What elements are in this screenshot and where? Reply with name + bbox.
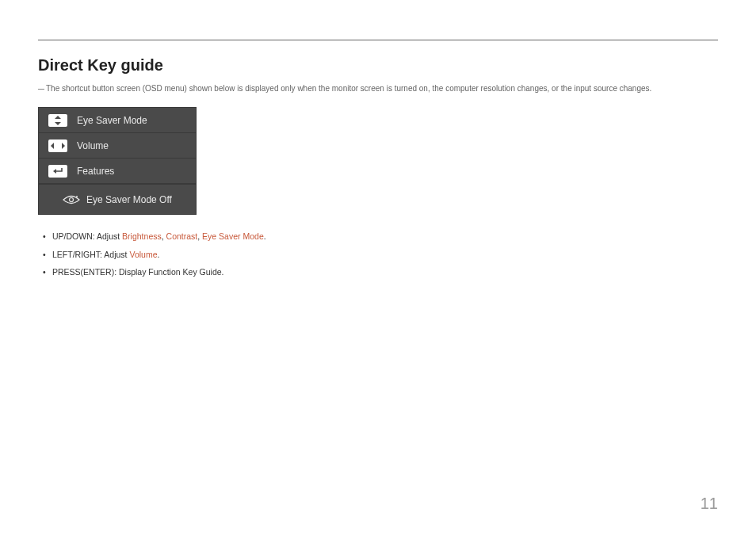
bullet-list: UP/DOWN: Adjust Brightness, Contrast, Ey… [38, 231, 718, 278]
section-title: Direct Key guide [38, 56, 718, 75]
osd-status-text: Eye Saver Mode Off [86, 194, 172, 205]
osd-row-features: Features [39, 159, 196, 184]
svg-marker-1 [55, 122, 61, 125]
osd-row-label: Eye Saver Mode [77, 115, 147, 126]
svg-marker-3 [62, 143, 65, 149]
enter-icon [48, 165, 67, 178]
svg-marker-4 [53, 169, 56, 174]
up-down-icon [48, 114, 67, 127]
osd-status-row: Eye Saver Mode Off [39, 184, 196, 214]
osd-row-label: Features [77, 166, 114, 177]
bullet-item: PRESS(ENTER): Display Function Key Guide… [43, 266, 718, 278]
svg-marker-0 [55, 116, 61, 119]
page-number: 11 [701, 495, 718, 513]
bullet-suffix: . [264, 231, 266, 241]
ref-link: Eye Saver Mode [202, 231, 264, 241]
osd-row-eye-saver: Eye Saver Mode [39, 108, 196, 133]
ref-link: Volume [129, 250, 157, 259]
bullet-item: UP/DOWN: Adjust Brightness, Contrast, Ey… [43, 231, 718, 243]
bullet-suffix: . [157, 250, 159, 259]
ref-link: Brightness [122, 231, 162, 241]
osd-row-label: Volume [77, 140, 109, 151]
note-dash-icon [38, 89, 44, 90]
bullet-prefix: PRESS(ENTER): Display Function Key Guide… [52, 267, 224, 277]
osd-panel: Eye Saver Mode Volume Features [38, 107, 197, 215]
note-text: The shortcut button screen (OSD menu) sh… [46, 84, 651, 93]
bullet-item: LEFT/RIGHT: Adjust Volume. [43, 249, 718, 261]
svg-point-5 [70, 197, 74, 201]
page-content: Direct Key guide The shortcut button scr… [0, 0, 756, 316]
eye-icon [63, 194, 80, 205]
note-row: The shortcut button screen (OSD menu) sh… [38, 84, 718, 93]
bullet-prefix: LEFT/RIGHT: Adjust [52, 250, 129, 259]
svg-marker-2 [51, 143, 54, 149]
bullet-prefix: UP/DOWN: Adjust [52, 231, 122, 241]
left-right-icon [48, 139, 67, 152]
svg-point-6 [76, 196, 78, 197]
top-rule [38, 40, 718, 40]
osd-row-volume: Volume [39, 133, 196, 159]
ref-link: Contrast [166, 231, 198, 241]
